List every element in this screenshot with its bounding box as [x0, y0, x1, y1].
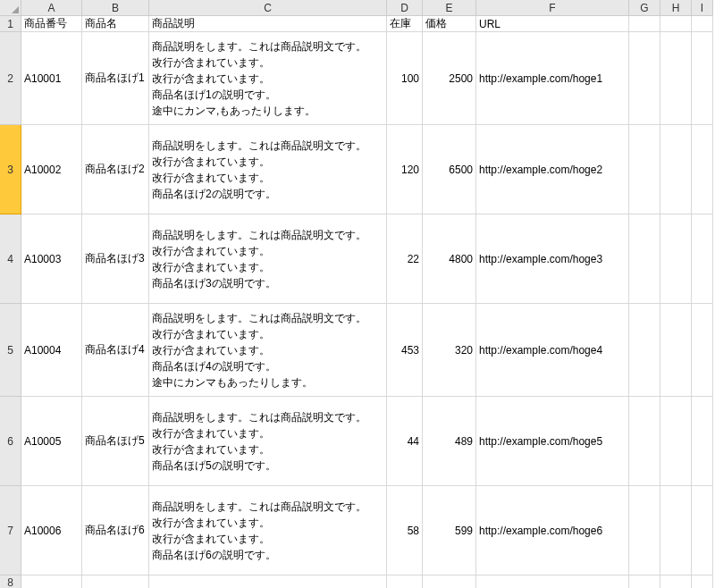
cell-3-f[interactable]: http://example.com/hoge2: [476, 125, 629, 214]
cell-8-b[interactable]: [82, 575, 149, 588]
cell-3-h[interactable]: [660, 125, 692, 214]
cell-8-e[interactable]: [423, 575, 476, 588]
cell-3-e[interactable]: 6500: [423, 125, 476, 214]
cell-2-c[interactable]: 商品説明をします。これは商品説明文です。 改行が含まれています。 改行が含まれて…: [149, 32, 387, 125]
cell-4-g[interactable]: [629, 214, 660, 304]
cell-5-h[interactable]: [660, 304, 692, 397]
column-header-b[interactable]: B: [82, 0, 149, 16]
cell-1-a[interactable]: 商品番号: [21, 16, 82, 32]
cell-5-g[interactable]: [629, 304, 660, 397]
cell-1-e[interactable]: 価格: [423, 16, 476, 32]
cell-8-d[interactable]: [387, 575, 423, 588]
column-header-d[interactable]: D: [387, 0, 423, 16]
cell-2-d[interactable]: 100: [387, 32, 423, 125]
row-header-2[interactable]: 2: [0, 32, 21, 125]
cell-6-h[interactable]: [660, 397, 692, 486]
cell-6-d[interactable]: 44: [387, 397, 423, 486]
column-header-h[interactable]: H: [660, 0, 692, 16]
column-header-i[interactable]: I: [692, 0, 713, 16]
cell-3-g[interactable]: [629, 125, 660, 214]
cell-1-b[interactable]: 商品名: [82, 16, 149, 32]
row-header-8[interactable]: 8: [0, 575, 21, 588]
cell-6-a[interactable]: A10005: [21, 397, 82, 486]
column-header-f[interactable]: F: [476, 0, 629, 16]
cell-1-f[interactable]: URL: [476, 16, 629, 32]
column-header-c[interactable]: C: [149, 0, 387, 16]
cell-7-d[interactable]: 58: [387, 486, 423, 575]
cell-8-c[interactable]: [149, 575, 387, 588]
cell-6-i[interactable]: [692, 397, 713, 486]
row-header-3[interactable]: 3: [0, 125, 21, 214]
cell-4-d[interactable]: 22: [387, 214, 423, 304]
cell-4-a[interactable]: A10003: [21, 214, 82, 304]
cell-8-h[interactable]: [660, 575, 692, 588]
cell-2-h[interactable]: [660, 32, 692, 125]
cell-5-c[interactable]: 商品説明をします。これは商品説明文です。 改行が含まれています。 改行が含まれて…: [149, 304, 387, 397]
cell-7-i[interactable]: [692, 486, 713, 575]
cell-6-g[interactable]: [629, 397, 660, 486]
cell-4-c[interactable]: 商品説明をします。これは商品説明文です。 改行が含まれています。 改行が含まれて…: [149, 214, 387, 304]
column-header-a[interactable]: A: [21, 0, 82, 16]
cell-1-d[interactable]: 在庫: [387, 16, 423, 32]
cell-3-i[interactable]: [692, 125, 713, 214]
cell-5-d[interactable]: 453: [387, 304, 423, 397]
spreadsheet-grid[interactable]: ABCDEFGHI1商品番号商品名商品説明在庫価格URL2A10001商品名ほげ…: [0, 0, 715, 588]
cell-8-g[interactable]: [629, 575, 660, 588]
row-header-7[interactable]: 7: [0, 486, 21, 575]
cell-6-b[interactable]: 商品名ほげ5: [82, 397, 149, 486]
cell-6-c[interactable]: 商品説明をします。これは商品説明文です。 改行が含まれています。 改行が含まれて…: [149, 397, 387, 486]
cell-1-g[interactable]: [629, 16, 660, 32]
cell-3-c[interactable]: 商品説明をします。これは商品説明文です。 改行が含まれています。 改行が含まれて…: [149, 125, 387, 214]
cell-4-f[interactable]: http://example.com/hoge3: [476, 214, 629, 304]
cell-3-b[interactable]: 商品名ほげ2: [82, 125, 149, 214]
cell-3-a[interactable]: A10002: [21, 125, 82, 214]
cell-6-f[interactable]: http://example.com/hoge5: [476, 397, 629, 486]
cell-7-g[interactable]: [629, 486, 660, 575]
cell-6-e[interactable]: 489: [423, 397, 476, 486]
cell-5-b[interactable]: 商品名ほげ4: [82, 304, 149, 397]
cell-5-a[interactable]: A10004: [21, 304, 82, 397]
cell-4-b[interactable]: 商品名ほげ3: [82, 214, 149, 304]
row-header-5[interactable]: 5: [0, 304, 21, 397]
column-header-e[interactable]: E: [423, 0, 476, 16]
cell-7-f[interactable]: http://example.com/hoge6: [476, 486, 629, 575]
cell-7-h[interactable]: [660, 486, 692, 575]
cell-2-a[interactable]: A10001: [21, 32, 82, 125]
cell-2-g[interactable]: [629, 32, 660, 125]
cell-1-h[interactable]: [660, 16, 692, 32]
cell-1-i[interactable]: [692, 16, 713, 32]
cell-4-h[interactable]: [660, 214, 692, 304]
row-header-1[interactable]: 1: [0, 16, 21, 32]
cell-4-i[interactable]: [692, 214, 713, 304]
cell-7-b[interactable]: 商品名ほげ6: [82, 486, 149, 575]
cell-8-a[interactable]: [21, 575, 82, 588]
cell-8-i[interactable]: [692, 575, 713, 588]
cell-2-f[interactable]: http://example.com/hoge1: [476, 32, 629, 125]
cell-4-e[interactable]: 4800: [423, 214, 476, 304]
cell-7-e[interactable]: 599: [423, 486, 476, 575]
cell-5-e[interactable]: 320: [423, 304, 476, 397]
cell-2-b[interactable]: 商品名ほげ1: [82, 32, 149, 125]
select-all-corner[interactable]: [0, 0, 21, 16]
cell-3-d[interactable]: 120: [387, 125, 423, 214]
cell-5-i[interactable]: [692, 304, 713, 397]
cell-8-f[interactable]: [476, 575, 629, 588]
cell-7-a[interactable]: A10006: [21, 486, 82, 575]
cell-7-c[interactable]: 商品説明をします。これは商品説明文です。 改行が含まれています。 改行が含まれて…: [149, 486, 387, 575]
cell-1-c[interactable]: 商品説明: [149, 16, 387, 32]
cell-2-i[interactable]: [692, 32, 713, 125]
cell-2-e[interactable]: 2500: [423, 32, 476, 125]
row-header-4[interactable]: 4: [0, 214, 21, 304]
cell-5-f[interactable]: http://example.com/hoge4: [476, 304, 629, 397]
row-header-6[interactable]: 6: [0, 397, 21, 486]
column-header-g[interactable]: G: [629, 0, 660, 16]
